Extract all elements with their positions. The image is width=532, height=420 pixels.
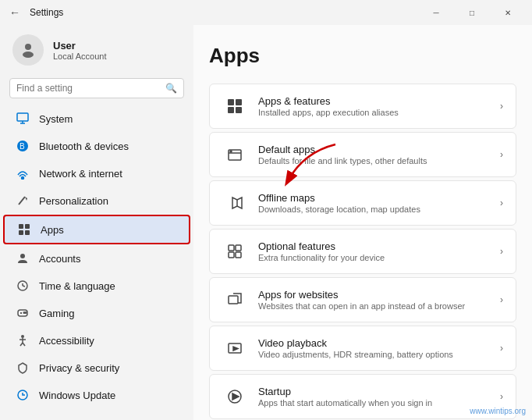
user-info: User Local Account bbox=[53, 40, 107, 61]
svg-line-27 bbox=[23, 343, 25, 346]
svg-rect-13 bbox=[25, 230, 30, 235]
bluetooth-icon: B bbox=[16, 139, 30, 153]
gaming-icon bbox=[16, 306, 30, 320]
settings-item-offline-maps[interactable]: Offline maps Downloads, storage location… bbox=[209, 180, 516, 226]
svg-rect-10 bbox=[19, 224, 23, 229]
apps-websites-title: Apps for websites bbox=[258, 289, 489, 301]
settings-item-apps-features[interactable]: Apps & features Installed apps, app exec… bbox=[209, 84, 516, 129]
nav-label-accessibility: Accessibility bbox=[39, 335, 94, 347]
nav-label-personalization: Personalization bbox=[39, 195, 108, 207]
default-apps-desc: Defaults for file and link types, other … bbox=[258, 156, 489, 166]
sidebar-item-gaming[interactable]: Gaming bbox=[3, 300, 190, 326]
nav-label-accounts: Accounts bbox=[39, 253, 80, 265]
svg-marker-9 bbox=[25, 197, 27, 201]
optional-features-text: Optional features Extra functionality fo… bbox=[258, 240, 489, 262]
svg-rect-38 bbox=[236, 245, 241, 251]
personalization-icon bbox=[16, 194, 30, 208]
sidebar-item-bluetooth[interactable]: B Bluetooth & devices bbox=[3, 133, 190, 159]
startup-text: Startup Apps that start automatically wh… bbox=[258, 386, 489, 408]
default-apps-title: Default apps bbox=[258, 144, 489, 155]
user-name: User bbox=[53, 40, 107, 52]
default-apps-text: Default apps Defaults for file and link … bbox=[258, 144, 489, 166]
svg-point-7 bbox=[22, 177, 24, 180]
settings-item-default-apps[interactable]: Default apps Defaults for file and link … bbox=[209, 132, 516, 177]
accounts-icon bbox=[16, 251, 30, 265]
optional-features-chevron: › bbox=[500, 246, 503, 257]
settings-item-video-playback[interactable]: Video playback Video adjustments, HDR st… bbox=[209, 326, 516, 371]
sidebar-item-apps[interactable]: Apps bbox=[3, 215, 190, 244]
sidebar-item-personalization[interactable]: Personalization bbox=[3, 187, 190, 214]
apps-websites-desc: Websites that can open in an app instead… bbox=[258, 301, 489, 311]
sidebar-item-accounts[interactable]: Accounts bbox=[3, 245, 190, 272]
svg-point-14 bbox=[20, 254, 25, 258]
svg-point-1 bbox=[23, 52, 34, 58]
settings-item-apps-websites[interactable]: Apps for websites Websites that can open… bbox=[209, 277, 516, 322]
startup-title: Startup bbox=[258, 386, 489, 397]
svg-marker-43 bbox=[233, 347, 238, 351]
svg-rect-31 bbox=[228, 107, 234, 113]
minimize-button[interactable]: ─ bbox=[418, 0, 454, 25]
sidebar-item-time[interactable]: Time & language bbox=[3, 272, 190, 299]
search-box[interactable]: 🔍 bbox=[9, 78, 184, 98]
apps-features-desc: Installed apps, app execution aliases bbox=[258, 108, 489, 117]
nav-label-gaming: Gaming bbox=[39, 308, 75, 319]
search-input[interactable] bbox=[16, 83, 161, 94]
svg-line-17 bbox=[23, 286, 25, 287]
nav-label-update: Windows Update bbox=[39, 390, 115, 401]
titlebar-left: ← Settings bbox=[6, 3, 63, 22]
sidebar-item-network[interactable]: Network & internet bbox=[3, 160, 190, 187]
avatar bbox=[12, 34, 44, 66]
nav-list: System B Bluetooth & devices Network & i… bbox=[0, 105, 193, 409]
sidebar-item-update[interactable]: Windows Update bbox=[3, 382, 190, 408]
svg-rect-11 bbox=[25, 224, 30, 229]
svg-text:B: B bbox=[20, 142, 25, 151]
sidebar-item-privacy[interactable]: Privacy & security bbox=[3, 354, 190, 381]
default-apps-icon bbox=[222, 142, 247, 167]
apps-websites-chevron: › bbox=[500, 294, 503, 305]
titlebar-title: Settings bbox=[30, 7, 63, 18]
system-icon bbox=[16, 112, 30, 126]
sidebar-item-system[interactable]: System bbox=[3, 105, 190, 132]
privacy-icon bbox=[16, 361, 30, 375]
user-profile[interactable]: User Local Account bbox=[0, 25, 193, 75]
sidebar: User Local Account 🔍 System B Bluetooth … bbox=[0, 25, 193, 420]
svg-line-8 bbox=[19, 197, 25, 205]
settings-list: Apps & features Installed apps, app exec… bbox=[209, 84, 516, 419]
offline-maps-chevron: › bbox=[500, 198, 503, 208]
svg-marker-45 bbox=[232, 393, 239, 400]
offline-maps-desc: Downloads, storage location, map updates bbox=[258, 205, 489, 214]
svg-rect-40 bbox=[236, 252, 241, 258]
page-title: Apps bbox=[209, 44, 516, 68]
nav-label-time: Time & language bbox=[39, 280, 115, 292]
video-playback-icon bbox=[222, 336, 247, 361]
nav-label-apps: Apps bbox=[41, 224, 64, 236]
optional-features-desc: Extra functionality for your device bbox=[258, 253, 489, 262]
svg-rect-30 bbox=[236, 99, 242, 105]
svg-rect-41 bbox=[229, 296, 238, 304]
apps-icon bbox=[17, 222, 31, 237]
back-button[interactable]: ← bbox=[6, 3, 23, 22]
watermark: www.wintips.org bbox=[470, 407, 526, 415]
optional-features-title: Optional features bbox=[258, 240, 489, 252]
titlebar-controls: ─ □ ✕ bbox=[418, 0, 526, 25]
startup-chevron: › bbox=[500, 391, 503, 402]
nav-label-privacy: Privacy & security bbox=[39, 362, 119, 374]
offline-maps-text: Offline maps Downloads, storage location… bbox=[258, 192, 489, 214]
apps-websites-text: Apps for websites Websites that can open… bbox=[258, 289, 489, 311]
nav-label-network: Network & internet bbox=[39, 168, 122, 180]
time-icon bbox=[16, 279, 30, 293]
user-type: Local Account bbox=[53, 52, 107, 61]
svg-rect-32 bbox=[236, 107, 242, 113]
startup-desc: Apps that start automatically when you s… bbox=[258, 398, 489, 408]
offline-maps-title: Offline maps bbox=[258, 192, 489, 204]
update-icon bbox=[16, 388, 30, 402]
maximize-button[interactable]: □ bbox=[454, 0, 490, 25]
content-area: Apps Apps & features Installed apps, app… bbox=[193, 25, 532, 420]
svg-point-23 bbox=[21, 335, 24, 338]
close-button[interactable]: ✕ bbox=[490, 0, 526, 25]
sidebar-item-accessibility[interactable]: Accessibility bbox=[3, 327, 190, 354]
default-apps-chevron: › bbox=[500, 149, 503, 160]
settings-item-optional-features[interactable]: Optional features Extra functionality fo… bbox=[209, 229, 516, 274]
main-layout: User Local Account 🔍 System B Bluetooth … bbox=[0, 25, 532, 420]
video-playback-desc: Video adjustments, HDR streaming, batter… bbox=[258, 350, 489, 359]
